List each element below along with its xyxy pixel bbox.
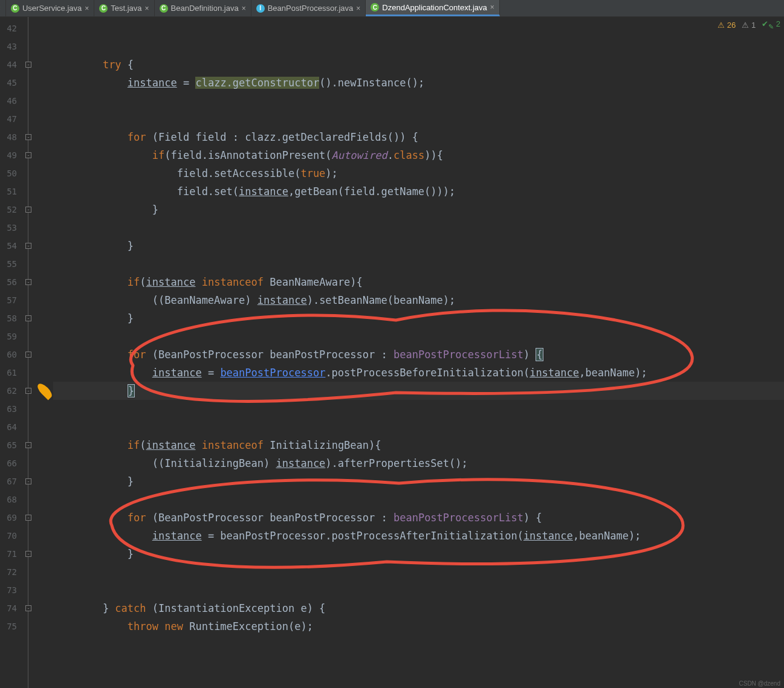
fold-handle-icon[interactable]: - bbox=[25, 207, 31, 213]
line-number[interactable]: 61 bbox=[0, 364, 21, 382]
editor-area[interactable]: 4243444546474849505152535455565758596061… bbox=[0, 17, 784, 688]
code-line[interactable]: instance = clazz.getConstructor().newIns… bbox=[53, 74, 784, 92]
line-number[interactable]: 52 bbox=[0, 201, 21, 219]
code-line[interactable] bbox=[53, 418, 784, 436]
fold-handle-icon[interactable]: - bbox=[25, 152, 31, 158]
close-icon[interactable]: × bbox=[85, 4, 89, 13]
fold-handle-icon[interactable]: - bbox=[25, 478, 31, 484]
code-line[interactable] bbox=[53, 19, 784, 37]
code-line[interactable]: if(field.isAnnotationPresent(Autowired.c… bbox=[53, 146, 784, 164]
line-number[interactable]: 54 bbox=[0, 237, 21, 255]
code-line[interactable]: for (BeanPostProcessor beanPostProcessor… bbox=[53, 346, 784, 364]
code-line[interactable]: if(instance instanceof BeanNameAware){ bbox=[53, 273, 784, 291]
close-icon[interactable]: × bbox=[242, 4, 246, 13]
code-line[interactable]: } bbox=[53, 201, 784, 219]
tab-test-java[interactable]: CTest.java× bbox=[94, 0, 154, 16]
code-line[interactable]: if(instance instanceof InitializingBean)… bbox=[53, 436, 784, 454]
line-number[interactable]: 62 bbox=[0, 382, 21, 400]
fold-gutter[interactable]: -------------- bbox=[21, 17, 36, 688]
fold-handle-icon[interactable]: - bbox=[25, 243, 31, 249]
code-line[interactable] bbox=[53, 37, 784, 56]
line-number[interactable]: 70 bbox=[0, 527, 21, 545]
code-line[interactable]: field.setAccessible(true); bbox=[53, 164, 784, 182]
code-line[interactable]: } bbox=[53, 382, 784, 400]
code-content[interactable]: try { instance = clazz.getConstructor().… bbox=[53, 17, 784, 688]
code-line[interactable]: } catch (InstantiationException e) { bbox=[53, 599, 784, 617]
code-line[interactable]: ((InitializingBean) instance).afterPrope… bbox=[53, 454, 784, 472]
code-line[interactable]: } bbox=[53, 545, 784, 563]
fold-handle-icon[interactable]: - bbox=[25, 62, 31, 68]
close-icon[interactable]: × bbox=[0, 4, 1, 13]
line-number[interactable]: 64 bbox=[0, 418, 21, 436]
code-line[interactable]: } bbox=[53, 309, 784, 327]
fold-handle-icon[interactable]: - bbox=[25, 315, 31, 321]
line-number[interactable]: 48 bbox=[0, 128, 21, 146]
line-number[interactable]: 58 bbox=[0, 309, 21, 327]
line-number[interactable]: 56 bbox=[0, 273, 21, 291]
tab-userservice-java[interactable]: CUserService.java× bbox=[6, 0, 94, 16]
code-line[interactable]: instance = beanPostProcessor.postProcess… bbox=[53, 364, 784, 382]
line-number[interactable]: 63 bbox=[0, 400, 21, 418]
code-line[interactable] bbox=[53, 110, 784, 128]
marker-gutter[interactable] bbox=[36, 17, 53, 688]
line-number[interactable]: 74 bbox=[0, 599, 21, 617]
code-line[interactable] bbox=[53, 327, 784, 346]
line-number[interactable]: 65 bbox=[0, 436, 21, 454]
line-number[interactable]: 55 bbox=[0, 255, 21, 273]
code-line[interactable]: } bbox=[53, 472, 784, 490]
code-line[interactable]: } bbox=[53, 237, 784, 255]
code-line[interactable] bbox=[53, 490, 784, 509]
code-line[interactable]: ((BeanNameAware) instance).setBeanName(b… bbox=[53, 291, 784, 309]
line-number[interactable]: 51 bbox=[0, 182, 21, 201]
code-line[interactable] bbox=[53, 581, 784, 599]
fold-handle-icon[interactable]: - bbox=[25, 352, 31, 358]
code-line[interactable]: for (BeanPostProcessor beanPostProcessor… bbox=[53, 509, 784, 527]
fold-handle-icon[interactable]: - bbox=[25, 134, 31, 140]
line-number[interactable]: 49 bbox=[0, 146, 21, 164]
fold-handle-icon[interactable]: - bbox=[25, 279, 31, 285]
code-line[interactable] bbox=[53, 563, 784, 581]
line-number[interactable]: 47 bbox=[0, 110, 21, 128]
code-line[interactable]: for (Field field : clazz.getDeclaredFiel… bbox=[53, 128, 784, 146]
line-number[interactable]: 71 bbox=[0, 545, 21, 563]
line-number[interactable]: 50 bbox=[0, 164, 21, 182]
close-icon[interactable]: × bbox=[490, 3, 494, 11]
tab-ava[interactable]: ava× bbox=[0, 0, 6, 16]
line-number[interactable]: 44 bbox=[0, 56, 21, 74]
line-number[interactable]: 45 bbox=[0, 74, 21, 92]
line-number[interactable]: 73 bbox=[0, 581, 21, 599]
line-number[interactable]: 68 bbox=[0, 490, 21, 509]
intention-bulb-icon[interactable] bbox=[35, 381, 54, 400]
line-number[interactable]: 67 bbox=[0, 472, 21, 490]
code-line[interactable] bbox=[53, 92, 784, 110]
line-number[interactable]: 43 bbox=[0, 37, 21, 56]
code-line[interactable]: instance = beanPostProcessor.postProcess… bbox=[53, 527, 784, 545]
close-icon[interactable]: × bbox=[356, 4, 360, 13]
code-line[interactable] bbox=[53, 255, 784, 273]
tab-dzendapplicationcontext-java[interactable]: CDzendApplicationContext.java× bbox=[366, 0, 499, 16]
code-line[interactable]: throw new RuntimeException(e); bbox=[53, 617, 784, 635]
line-number[interactable]: 42 bbox=[0, 19, 21, 37]
close-icon[interactable]: × bbox=[145, 4, 149, 13]
line-number[interactable]: 60 bbox=[0, 346, 21, 364]
line-number-gutter[interactable]: 4243444546474849505152535455565758596061… bbox=[0, 17, 21, 688]
code-line[interactable] bbox=[53, 400, 784, 418]
fold-handle-icon[interactable]: - bbox=[25, 605, 31, 611]
fold-handle-icon[interactable]: - bbox=[25, 388, 31, 394]
line-number[interactable]: 59 bbox=[0, 327, 21, 346]
line-number[interactable]: 69 bbox=[0, 509, 21, 527]
tab-beandefinition-java[interactable]: CBeanDefinition.java× bbox=[155, 0, 251, 16]
tab-beanpostprocessor-java[interactable]: IBeanPostProcessor.java× bbox=[251, 0, 366, 16]
code-line[interactable]: field.set(instance,getBean(field.getName… bbox=[53, 182, 784, 201]
fold-handle-icon[interactable]: - bbox=[25, 515, 31, 521]
fold-handle-icon[interactable]: - bbox=[25, 551, 31, 557]
line-number[interactable]: 72 bbox=[0, 563, 21, 581]
line-number[interactable]: 53 bbox=[0, 219, 21, 237]
line-number[interactable]: 66 bbox=[0, 454, 21, 472]
line-number[interactable]: 75 bbox=[0, 617, 21, 635]
code-line[interactable]: try { bbox=[53, 56, 784, 74]
code-line[interactable] bbox=[53, 219, 784, 237]
line-number[interactable]: 46 bbox=[0, 92, 21, 110]
line-number[interactable]: 57 bbox=[0, 291, 21, 309]
fold-handle-icon[interactable]: - bbox=[25, 442, 31, 448]
